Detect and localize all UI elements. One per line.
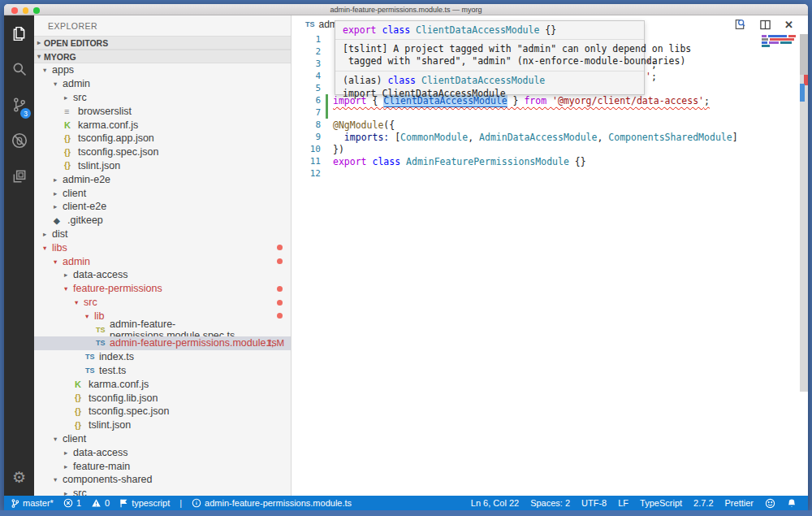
code-line-11[interactable]: 11export class AdminFeaturePermissionsMo… — [292, 155, 808, 167]
tree-item-label: src — [73, 92, 87, 103]
status-warning-item[interactable]: 0 — [91, 498, 110, 508]
tree-item-label: dist — [52, 228, 67, 240]
sidebar-title: EXPLORER — [34, 15, 291, 36]
tree-file-browserslist[interactable]: ≡browserslist — [34, 104, 291, 118]
active-editor-tab[interactable]: TS adm — [305, 19, 338, 30]
settings-gear-icon[interactable]: ⚙ — [4, 465, 34, 489]
status-typescript[interactable]: TypeScript — [640, 498, 682, 508]
chevron-right-icon: ▸ — [64, 449, 73, 457]
status-branch-item[interactable]: master* — [11, 498, 54, 509]
close-editor-icon[interactable]: ✕ — [784, 19, 793, 31]
tree-folder-data-access[interactable]: ▸data-access — [34, 268, 291, 282]
file-tree: ▾apps▾admin▸src≡browserslistKkarma.conf.… — [34, 63, 291, 496]
status-ln-6-col-22[interactable]: Ln 6, Col 22 — [471, 498, 519, 508]
tree-file-tsconfig.spec.json[interactable]: {}tsconfig.spec.json — [34, 145, 291, 159]
tree-item-label: tslint.json — [78, 160, 120, 171]
scrollbar-thumb[interactable] — [800, 34, 808, 75]
explorer-sidebar: EXPLORER ▸ OPEN EDITORS ▾ MYORG ▾apps▾ad… — [34, 15, 292, 496]
tree-folder-src[interactable]: ▸src — [34, 487, 291, 496]
chevron-right-icon: ▸ — [54, 176, 63, 184]
status-error-item[interactable]: 1 — [63, 498, 81, 508]
bell-icon[interactable] — [787, 498, 797, 509]
code-token: ] — [732, 132, 738, 143]
search-icon[interactable] — [4, 51, 34, 87]
tree-folder-feature-permissions[interactable]: ▾feature-permissions — [34, 282, 291, 296]
gutter-spacer — [326, 33, 328, 46]
tree-file-tslint.json[interactable]: {}tslint.json — [34, 159, 291, 173]
overview-ruler[interactable] — [800, 34, 808, 392]
tree-file-admin-feature-permissions.module.ts[interactable]: TSadmin-feature-permissions.module.ts1, … — [34, 336, 291, 350]
tree-file-.gitkeep[interactable]: ◆.gitkeep — [34, 214, 291, 228]
open-editors-section[interactable]: ▸ OPEN EDITORS — [34, 36, 291, 50]
warning-icon — [91, 498, 102, 508]
code-token: , — [468, 132, 479, 143]
minimize-window-button[interactable] — [23, 7, 29, 14]
tree-file-tsconfig.app.json[interactable]: {}tsconfig.app.json — [34, 132, 291, 145]
code-area[interactable]: 123';4';56import { ClientDataAccessModul… — [292, 33, 808, 496]
tree-folder-client[interactable]: ▾client — [34, 432, 291, 446]
code-line-7[interactable]: 7 — [292, 106, 808, 119]
tree-file-tsconfig.lib.json[interactable]: {}tsconfig.lib.json — [34, 391, 291, 405]
smiley-icon[interactable] — [765, 498, 775, 509]
tree-folder-client-e2e[interactable]: ▸client-e2e — [34, 200, 291, 214]
close-window-button[interactable] — [11, 7, 18, 14]
line-number: 5 — [292, 83, 321, 93]
split-editor-icon[interactable] — [759, 19, 771, 31]
code-line-9[interactable]: 9 imports: [CommonModule, AdminDataAcces… — [292, 131, 808, 143]
source-control-icon[interactable]: 3 — [4, 87, 34, 123]
chevron-down-icon: ▾ — [34, 53, 44, 60]
code-token: (alias) — [343, 75, 387, 86]
tree-folder-feature-main[interactable]: ▸feature-main — [34, 459, 291, 473]
tree-file-test.ts[interactable]: TStest.ts — [34, 364, 291, 378]
tree-folder-apps[interactable]: ▾apps — [34, 63, 291, 77]
tree-folder-client[interactable]: ▸client — [34, 186, 291, 200]
myorg-section[interactable]: ▾ MYORG — [34, 50, 291, 63]
tree-folder-admin[interactable]: ▾admin — [34, 77, 291, 91]
debug-icon[interactable] — [4, 123, 34, 158]
status-flag-item[interactable]: typescript — [119, 498, 170, 509]
tree-file-karma.conf.js[interactable]: Kkarma.conf.js — [34, 118, 291, 132]
karma-file-icon: K — [75, 379, 89, 389]
code-line-8[interactable]: 8@NgModule({ — [292, 119, 808, 131]
minimap[interactable] — [762, 35, 796, 48]
tree-item-label: lib — [94, 310, 105, 322]
code-line-12[interactable]: 12 — [292, 167, 808, 180]
tree-file-tsconfig.spec.json[interactable]: {}tsconfig.spec.json — [34, 405, 291, 418]
tree-file-karma.conf.js[interactable]: Kkarma.conf.js — [34, 377, 291, 391]
extensions-icon[interactable] — [4, 158, 34, 194]
explorer-icon[interactable] — [4, 15, 34, 51]
code-token: [ — [389, 132, 400, 143]
tree-folder-admin-e2e[interactable]: ▸admin-e2e — [34, 172, 291, 186]
tree-file-index.ts[interactable]: TSindex.ts — [34, 350, 291, 364]
tree-folder-libs[interactable]: ▾libs — [34, 241, 291, 254]
tree-folder-dist[interactable]: ▸dist — [34, 228, 291, 241]
status-info-item[interactable]: admin-feature-permissions.module.ts — [192, 498, 352, 508]
tree-folder-admin[interactable]: ▾admin — [34, 254, 291, 268]
code-line-10[interactable]: 10}) — [292, 143, 808, 155]
window-controls — [11, 7, 40, 14]
tree-item-label: admin-e2e — [63, 174, 110, 185]
status-spaces-2[interactable]: Spaces: 2 — [530, 498, 570, 508]
tree-item-label: index.ts — [99, 351, 134, 362]
tree-item-label: data-access — [73, 269, 127, 280]
status-utf-8[interactable]: UTF-8 — [581, 498, 607, 508]
tree-folder-data-access[interactable]: ▸data-access — [34, 445, 291, 459]
tree-folder-src[interactable]: ▸src — [34, 91, 291, 105]
chevron-down-icon: ▾ — [54, 80, 63, 88]
tree-folder-src[interactable]: ▾src — [34, 296, 291, 310]
code-token: ; — [651, 71, 657, 82]
maximize-window-button[interactable] — [33, 7, 40, 14]
tree-file-tslint.json[interactable]: {}tslint.json — [34, 418, 291, 432]
chevron-down-icon: ▾ — [43, 244, 52, 252]
tree-item-label: client — [63, 188, 86, 199]
status-2-7-2[interactable]: 2.7.2 — [693, 498, 713, 508]
tree-folder-components-shared[interactable]: ▾components-shared — [34, 473, 291, 487]
tree-item-label: admin — [63, 78, 90, 89]
tree-item-label: .gitkeep — [67, 215, 103, 226]
vscode-window: admin-feature-permissions.module.ts — my… — [4, 4, 808, 510]
preview-icon[interactable] — [733, 18, 746, 31]
chevron-right-icon: ▸ — [54, 202, 63, 210]
status-prettier[interactable]: Prettier — [725, 498, 754, 508]
tree-file-admin-feature-permissions.module.spec.ts[interactable]: TSadmin-feature-permissions.module.spec.… — [34, 323, 291, 336]
status-lf[interactable]: LF — [618, 498, 628, 508]
